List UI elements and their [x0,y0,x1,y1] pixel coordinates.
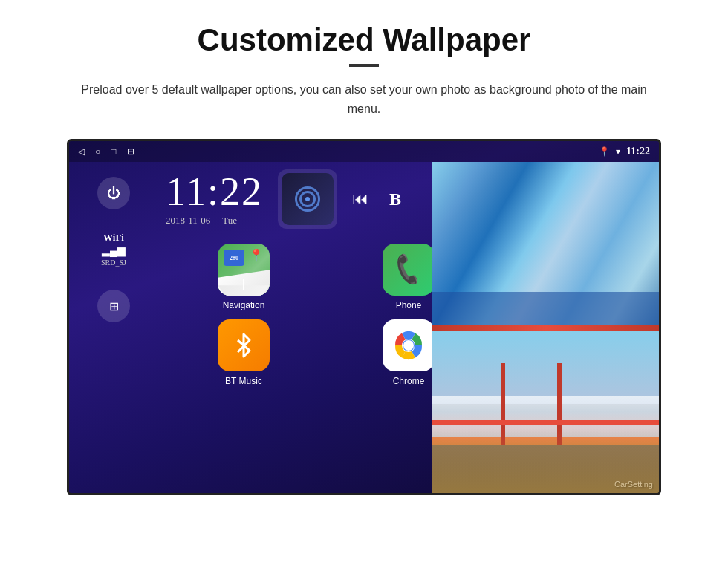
app-btmusic[interactable]: BT Music [166,319,322,386]
app-navigation[interactable]: 280 📍 Navigation [166,244,322,310]
signal-circle-inner [299,191,316,207]
status-time: 11:22 [626,146,650,157]
status-bar: ◁ ○ □ ⊟ 📍 ▾ 11:22 [69,141,659,162]
road-line [243,279,244,290]
wifi-widget: WiFi ▂▄▆ SRD_SJ [101,232,126,267]
page-subtitle: Preload over 5 default wallpaper options… [74,80,654,118]
chrome-label: Chrome [393,376,425,386]
title-divider [349,64,379,67]
wallpaper-panel: CarSetting [432,162,659,493]
carsetting-label[interactable]: CarSetting [614,480,653,489]
device-wrapper: ◁ ○ □ ⊟ 📍 ▾ 11:22 ⏻ [67,139,661,495]
recents-icon[interactable]: □ [111,146,116,157]
bluetooth-svg [232,331,256,359]
power-button[interactable]: ⏻ [97,177,130,209]
bridge-tower-left [501,363,505,452]
android-screen: ◁ ○ □ ⊟ 📍 ▾ 11:22 ⏻ [67,139,661,495]
main-content: ⏻ WiFi ▂▄▆ SRD_SJ ⊞ [69,162,659,493]
wallpaper-strip [432,325,659,331]
prev-icon: ⏮ [352,189,368,208]
signal-widget [295,186,320,212]
phone-handset-icon: 📞 [390,251,428,287]
bridge-tower-right [557,363,562,452]
signal-circle-outer [295,186,320,212]
wallpaper-ice[interactable] [432,162,659,325]
status-left: ◁ ○ □ ⊟ [78,146,134,157]
ice-water [432,292,659,325]
clock-day: Tue [222,215,237,227]
wallpaper-bridge[interactable]: CarSetting [432,331,659,493]
screenshot-icon[interactable]: ⊟ [127,146,134,157]
chrome-icon [383,319,435,371]
clock-block: 11:22 2018-11-06 Tue [166,172,263,227]
bridge-fog [432,396,659,437]
wifi-bars: ▂▄▆ [101,244,126,258]
signal-dot [305,197,310,201]
track-letter: B [389,189,401,209]
chrome-svg [389,326,428,365]
page-wrapper: Customized Wallpaper Preload over 5 defa… [0,0,728,495]
status-right: 📍 ▾ 11:22 [599,146,650,157]
nav-pin-icon: 📍 [249,248,264,262]
phone-label: Phone [396,300,422,310]
clock-time: 11:22 [166,172,263,212]
media-icon-inner [282,173,334,225]
btmusic-icon [218,319,270,371]
wifi-label: WiFi [101,232,126,244]
svg-point-3 [403,340,414,351]
grid-icon: ⊞ [109,299,119,313]
bridge-deck [432,420,659,425]
back-icon[interactable]: ◁ [78,146,85,157]
gps-icon: 📍 [599,146,610,157]
media-widget [278,169,337,229]
phone-icon: 📞 [383,244,435,296]
clock-date: 2018-11-06 Tue [166,215,263,227]
navigation-label: Navigation [223,300,265,310]
bridge-ground [432,445,659,494]
page-title: Customized Wallpaper [30,22,698,58]
bridge-sky [432,331,659,404]
wifi-ssid: SRD_SJ [101,258,126,267]
signal-icon: ▾ [616,146,620,157]
sidebar: ⏻ WiFi ▂▄▆ SRD_SJ ⊞ [69,162,158,493]
apps-button[interactable]: ⊞ [97,290,130,322]
power-icon: ⏻ [107,186,120,201]
home-icon[interactable]: ○ [95,146,100,157]
navigation-icon: 280 📍 [218,244,270,296]
btmusic-label: BT Music [225,376,262,386]
prev-track-button[interactable]: ⏮ [352,189,368,209]
clock-date-value: 2018-11-06 [166,215,210,227]
nav-badge: 280 [224,250,244,266]
